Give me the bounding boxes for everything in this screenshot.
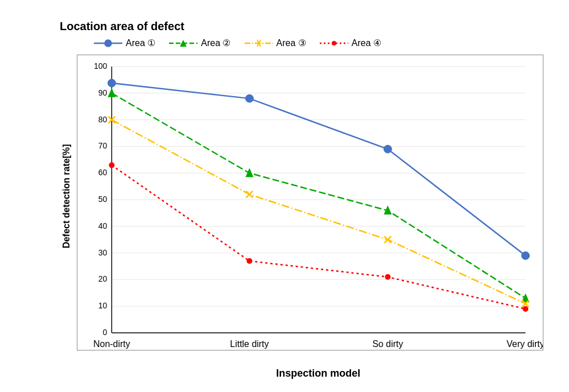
svg-text:Non-dirty: Non-dirty	[93, 339, 130, 349]
svg-text:60: 60	[98, 168, 108, 177]
legend-item-area3: Area ③	[245, 38, 306, 49]
legend-label-area1: Area ①	[126, 38, 155, 48]
legend-item-area2: Area ②	[169, 38, 230, 49]
svg-point-57	[523, 306, 529, 311]
svg-marker-42	[108, 88, 116, 97]
svg-text:0: 0	[103, 328, 108, 337]
svg-point-38	[108, 79, 116, 87]
legend-item-area1: Area ①	[94, 38, 155, 49]
svg-text:10: 10	[98, 301, 108, 310]
svg-point-40	[384, 145, 392, 153]
svg-point-55	[246, 258, 252, 263]
svg-text:30: 30	[98, 247, 108, 257]
legend-line-area1	[94, 38, 122, 49]
svg-text:So dirty: So dirty	[372, 339, 403, 349]
svg-point-1	[105, 40, 112, 47]
legend-item-area4: Area ④	[320, 38, 381, 49]
svg-marker-43	[245, 168, 253, 177]
chart-container: Location area of defect Area ① Area ②	[14, 9, 555, 384]
svg-text:Very dirty: Very dirty	[506, 339, 543, 349]
svg-text:70: 70	[98, 141, 108, 150]
chart-legend: Area ① Area ② Area ③ Area ④	[94, 38, 543, 49]
svg-point-39	[245, 94, 253, 102]
legend-line-area2	[169, 38, 197, 49]
legend-line-area3	[245, 38, 273, 49]
svg-text:90: 90	[98, 88, 108, 97]
svg-text:40: 40	[98, 221, 108, 230]
legend-label-area3: Area ③	[277, 38, 306, 48]
svg-text:50: 50	[98, 195, 108, 204]
svg-text:100: 100	[94, 61, 108, 70]
legend-line-area4	[320, 38, 348, 49]
svg-text:Little dirty: Little dirty	[230, 339, 269, 349]
svg-text:20: 20	[98, 274, 108, 283]
svg-point-41	[522, 251, 530, 259]
chart-svg: 100 90 80 70 60 50 40 30 20 10 0 Non-dir…	[77, 55, 543, 350]
y-axis-label: Defect detection rate[%]	[61, 144, 72, 248]
legend-label-area4: Area ④	[352, 38, 381, 48]
x-axis-label: Inspection model	[276, 368, 360, 379]
svg-text:80: 80	[98, 114, 108, 123]
svg-point-54	[109, 162, 114, 168]
legend-label-area2: Area ②	[201, 38, 230, 48]
chart-title: Location area of defect	[60, 20, 543, 33]
svg-point-8	[332, 41, 336, 46]
svg-point-56	[385, 274, 390, 279]
